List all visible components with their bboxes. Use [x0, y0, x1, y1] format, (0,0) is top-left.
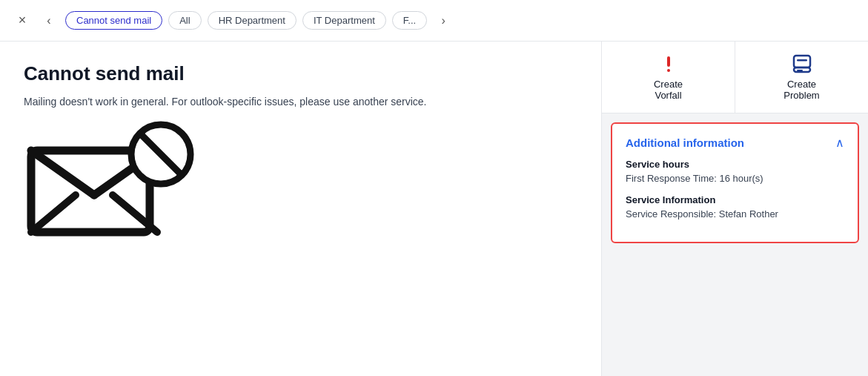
more-tabs-button[interactable]: ›	[433, 10, 454, 31]
svg-rect-9	[794, 56, 810, 67]
additional-info-header[interactable]: Additional information ∧	[612, 124, 858, 159]
service-information-value: Service Responsible: Stefan Rother	[626, 208, 844, 220]
service-hours-title: Service hours	[626, 159, 844, 170]
vorfall-icon	[658, 53, 679, 74]
svg-rect-11	[797, 59, 807, 62]
additional-info-box: Additional information ∧ Service hours F…	[611, 122, 859, 243]
action-buttons-row: CreateVorfall CreateProblem	[602, 42, 868, 113]
tab-hr-department[interactable]: HR Department	[208, 11, 296, 30]
prohibition-icon	[127, 121, 194, 188]
tab-all[interactable]: All	[168, 11, 201, 30]
svg-rect-12	[797, 70, 803, 71]
right-panel: CreateVorfall CreateProblem Additional i…	[601, 42, 868, 376]
active-tab[interactable]: Cannot send mail	[65, 11, 162, 30]
top-navigation: × ‹ Cannot send mail All HR Department I…	[0, 0, 868, 42]
service-hours-value: First Response Time: 16 hour(s)	[626, 173, 844, 184]
create-problem-label: CreateProblem	[783, 79, 819, 101]
additional-info-title: Additional information	[626, 136, 744, 149]
create-vorfall-label: CreateVorfall	[654, 79, 683, 101]
svg-rect-7	[667, 56, 670, 67]
page-description: Mailing doesn't work in general. For out…	[24, 96, 577, 108]
tab-f[interactable]: F...	[392, 11, 427, 30]
chevron-up-icon: ∧	[835, 136, 844, 150]
close-button[interactable]: ×	[12, 10, 33, 31]
svg-line-1	[31, 151, 94, 195]
tab-it-department[interactable]: IT Department	[302, 11, 386, 30]
service-information-title: Service Information	[626, 194, 844, 205]
page-title: Cannot send mail	[24, 62, 577, 85]
svg-rect-8	[667, 69, 670, 72]
back-button[interactable]: ‹	[39, 10, 59, 31]
left-panel: Cannot send mail Mailing doesn't work in…	[0, 42, 601, 376]
svg-line-3	[31, 195, 76, 232]
mail-illustration	[24, 128, 187, 262]
main-layout: Cannot send mail Mailing doesn't work in…	[0, 42, 868, 376]
problem-icon	[792, 53, 812, 74]
create-vorfall-button[interactable]: CreateVorfall	[602, 42, 735, 113]
service-hours-section: Service hours First Response Time: 16 ho…	[612, 159, 858, 242]
create-problem-button[interactable]: CreateProblem	[735, 42, 868, 113]
